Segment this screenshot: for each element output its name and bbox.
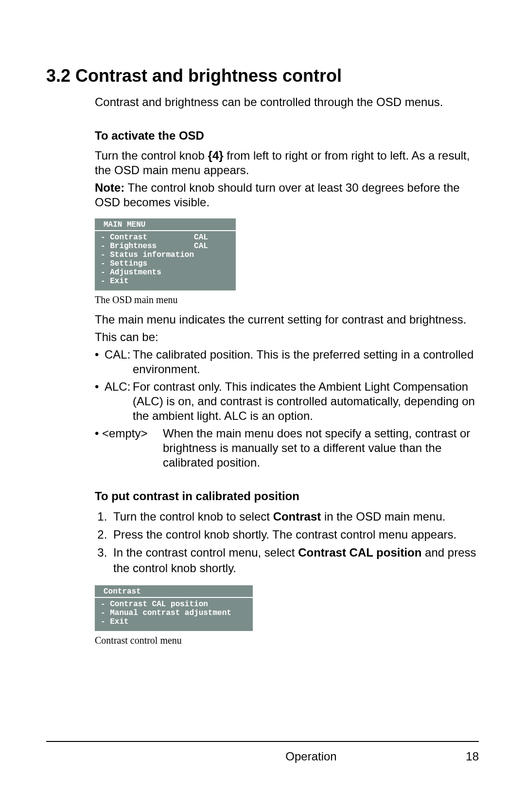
osd-line: - Manual contrast adjustment (101, 609, 247, 617)
section-intro: Contrast and brightness can be controlle… (95, 95, 479, 109)
osd-line: - Settings (101, 259, 230, 268)
text-fragment: in the OSD main menu. (321, 510, 445, 523)
def-text: For contrast only. This indicates the Am… (133, 379, 479, 423)
footer-rule (46, 741, 479, 742)
contrast-cal-bold: Contrast CAL position (298, 546, 421, 559)
section-title: 3.2 Contrast and brightness control (46, 66, 479, 86)
osd-contrast-header: Contrast (95, 585, 253, 598)
osd-line: - Contrast CAL (101, 233, 230, 242)
activate-paragraph-1: Turn the control knob {4} from left to r… (95, 148, 479, 178)
activate-note: Note: The control knob should turn over … (95, 180, 479, 210)
note-text: The control knob should turn over at lea… (95, 181, 460, 209)
knob-ref: {4} (208, 149, 224, 162)
footer-page-number: 18 (450, 750, 479, 763)
page-footer: Operation 18 (46, 741, 479, 763)
page: 3.2 Contrast and brightness control Cont… (0, 0, 525, 812)
def-row-empty: • <empty> When the main menu does not sp… (95, 426, 479, 470)
osd-main-body: - Contrast CAL - Brightness CAL - Status… (95, 231, 236, 290)
note-label: Note: (95, 181, 124, 194)
osd-line: - Adjustments (101, 268, 230, 277)
after-para-1: The main menu indicates the current sett… (95, 312, 479, 327)
osd-line: - Status information (101, 251, 230, 259)
bullet: • (95, 379, 105, 423)
activate-heading: To activate the OSD (95, 129, 479, 143)
def-term: ALC: (105, 379, 133, 423)
def-term: • <empty> (95, 426, 163, 470)
step-3: In the contrast control menu, select Con… (110, 545, 479, 575)
content-body: To activate the OSD Turn the control kno… (95, 129, 479, 646)
osd-main-header: MAIN MENU (95, 218, 236, 231)
definition-list: • CAL: The calibrated position. This is … (95, 347, 479, 470)
def-row-alc: • ALC: For contrast only. This indicates… (95, 379, 479, 423)
footer-line: Operation 18 (46, 750, 479, 763)
osd-contrast-body: - Contrast CAL position - Manual contras… (95, 598, 253, 631)
calibrate-heading: To put contrast in calibrated position (95, 489, 479, 503)
def-term: CAL: (105, 347, 133, 377)
osd-line: - Exit (101, 277, 230, 286)
after-para-2: This can be: (95, 330, 479, 344)
osd-line: - Brightness CAL (101, 242, 230, 251)
osd-main-menu-box: MAIN MENU - Contrast CAL - Brightness CA… (95, 218, 236, 290)
step-2: Press the control knob shortly. The cont… (110, 527, 479, 542)
text-fragment: Turn the control knob (95, 149, 208, 162)
footer-label: Operation (46, 750, 450, 763)
def-text: When the main menu does not specify a se… (163, 426, 479, 470)
osd-line: - Contrast CAL position (101, 600, 247, 609)
osd-main-caption: The OSD main menu (95, 294, 479, 306)
osd-contrast-caption: Contrast control menu (95, 635, 479, 646)
osd-contrast-menu-box: Contrast - Contrast CAL position - Manua… (95, 585, 253, 631)
step-1: Turn the control knob to select Contrast… (110, 509, 479, 524)
contrast-bold: Contrast (273, 510, 321, 523)
def-text: The calibrated position. This is the pre… (133, 347, 479, 377)
text-fragment: In the contrast control menu, select (113, 546, 298, 559)
osd-line: - Exit (101, 617, 247, 626)
calibrate-steps: Turn the control knob to select Contrast… (95, 509, 479, 576)
def-row-cal: • CAL: The calibrated position. This is … (95, 347, 479, 377)
text-fragment: Turn the control knob to select (113, 510, 273, 523)
bullet: • (95, 347, 105, 377)
